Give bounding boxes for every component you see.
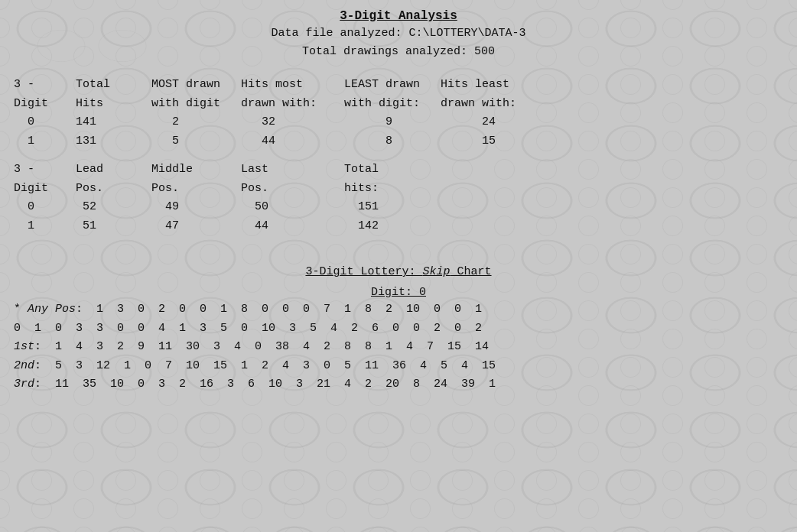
skip-row-3rd: 3rd: 11 35 10 0 3 2 16 3 6 10 3 21 4 2 2… <box>14 376 783 394</box>
page-title: 3-Digit Analysis <box>14 9 783 23</box>
table2-header-row1: 3 - Lead Middle Last Total <box>14 161 783 179</box>
skip-row-2nd: 2nd: 5 3 12 1 0 7 10 15 1 2 4 3 0 5 11 3… <box>14 358 783 375</box>
table1-header-row2: Digit Hits with digit drawn with: with d… <box>14 96 783 113</box>
file-line: Data file analyzed: C:\LOTTERY\DATA-3 <box>14 24 783 43</box>
analysis-table-1: 3 - Total MOST drawn Hits most LEAST dra… <box>14 76 783 150</box>
drawings-line: Total drawings analyzed: 500 <box>14 43 783 61</box>
skip-row-0: 0 1 0 3 3 0 0 4 1 3 5 0 10 3 5 4 2 6 0 0… <box>14 320 783 338</box>
skip-chart-title: 3-Digit Lottery: Skip Chart <box>14 265 783 278</box>
digit-label: Digit: 0 <box>14 286 783 299</box>
table1-row-1: 1 131 5 44 8 15 <box>14 133 783 151</box>
table2-row-0: 0 52 49 50 151 <box>14 199 783 216</box>
skip-row-any: * Any Pos: 1 3 0 2 0 0 1 8 0 0 0 7 1 8 2… <box>14 301 783 319</box>
table1-header-row1: 3 - Total MOST drawn Hits most LEAST dra… <box>14 76 783 94</box>
skip-row-1st: 1st: 1 4 3 2 9 11 30 3 4 0 38 4 2 8 8 1 … <box>14 339 783 356</box>
header-section: 3-Digit Analysis Data file analyzed: C:\… <box>14 9 783 61</box>
skip-chart-data: * Any Pos: 1 3 0 2 0 0 1 8 0 0 0 7 1 8 2… <box>14 301 783 394</box>
table1-row-0: 0 141 2 32 9 24 <box>14 114 783 131</box>
table2-header-row2: Digit Pos. Pos. Pos. hits: <box>14 180 783 198</box>
analysis-table-2: 3 - Lead Middle Last Total Digit Pos. Po… <box>14 161 783 235</box>
table2-row-1: 1 51 47 44 142 <box>14 218 783 235</box>
